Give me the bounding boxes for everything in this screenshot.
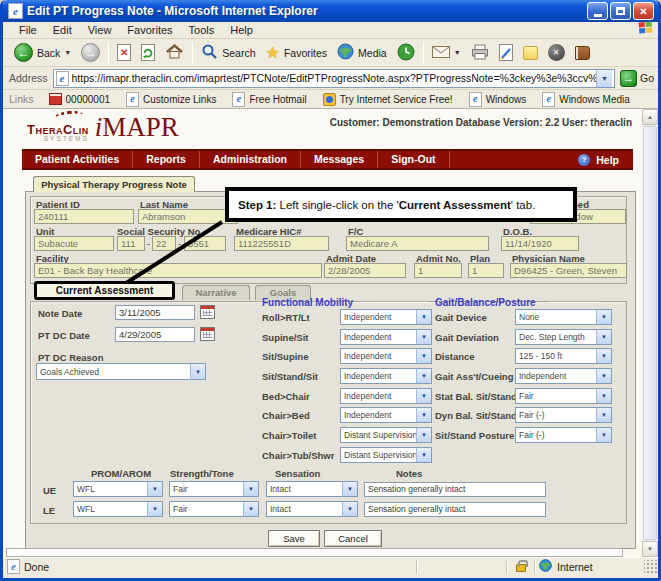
calendar-icon[interactable] <box>200 305 215 319</box>
media-button[interactable]: Media <box>332 41 392 65</box>
stat-bal-sit-stand-select[interactable]: Fair▼ <box>515 388 612 404</box>
back-dropdown-icon[interactable]: ▼ <box>64 49 71 56</box>
nav-help[interactable]: ? Help <box>578 151 633 168</box>
menu-tools[interactable]: Tools <box>181 24 223 36</box>
dyn-bal-sit-stand-select[interactable]: Fair (-)▼ <box>515 407 612 423</box>
scroll-thumb[interactable] <box>643 126 657 540</box>
gait-asst-cueing-select[interactable]: Independent▼ <box>515 368 612 384</box>
calendar-icon[interactable] <box>200 327 215 341</box>
progress-note-page-tab[interactable]: Physical Therapy Progress Note <box>33 176 195 192</box>
sit-stand-sit-select[interactable]: Independent▼ <box>340 368 432 384</box>
link-item[interactable]: e Windows <box>462 92 534 107</box>
nav-sign-out[interactable]: Sign-Out <box>378 151 449 168</box>
nav-administration[interactable]: Administration <box>200 151 301 168</box>
browser-window: e Edit PT Progress Note - Microsoft Inte… <box>0 0 661 581</box>
chair-toilet-select[interactable]: Distant Supervision▼ <box>340 427 432 443</box>
scroll-up-button[interactable]: ▲ <box>642 109 658 125</box>
menu-edit[interactable]: Edit <box>45 24 80 36</box>
history-button[interactable] <box>392 41 420 65</box>
pt-dc-reason-select[interactable]: Goals Achieved ▼ <box>36 363 206 380</box>
mail-dropdown-icon[interactable]: ▼ <box>454 49 461 56</box>
menu-help[interactable]: Help <box>222 24 261 36</box>
le-row-label: LE <box>43 505 55 516</box>
mail-button[interactable]: ▼ <box>427 41 466 65</box>
address-url: https://imapr.theraclin.com/imaprtest/PT… <box>72 72 596 84</box>
refresh-button[interactable] <box>136 41 160 65</box>
status-security-pane <box>506 560 534 574</box>
print-button[interactable] <box>466 41 494 65</box>
history-icon <box>397 43 415 63</box>
title-bar[interactable]: e Edit PT Progress Note - Microsoft Inte… <box>3 0 658 22</box>
chair-bed-select[interactable]: Independent▼ <box>340 407 432 423</box>
cancel-button[interactable]: Cancel <box>324 530 382 547</box>
le-notes-input[interactable]: Sensation generally intact <box>364 502 546 517</box>
stop-button[interactable]: ✕ <box>112 41 136 65</box>
sit-supine-select[interactable]: Independent▼ <box>340 348 432 364</box>
link-label: Try Internet Service Free! <box>340 94 453 105</box>
edit-button[interactable] <box>494 41 518 65</box>
vertical-scrollbar[interactable]: ▲ ▼ <box>642 109 658 557</box>
link-item[interactable]: e Customize Links <box>119 92 223 107</box>
address-dropdown-button[interactable]: ▼ <box>596 70 612 87</box>
address-bar: Address e https://imapr.theraclin.com/im… <box>3 67 658 90</box>
gait-deviation-select[interactable]: Dec. Step Length▼ <box>515 329 612 345</box>
toolbar-separator <box>192 42 193 64</box>
back-button[interactable]: ← Back ▼ <box>9 41 76 65</box>
fc-field: Medicare A <box>346 236 489 251</box>
supine-sit-select[interactable]: Independent▼ <box>340 329 432 345</box>
nav-reports[interactable]: Reports <box>133 151 200 168</box>
favorites-button[interactable]: ★ Favorites <box>261 41 333 65</box>
search-button[interactable]: Search <box>196 41 260 65</box>
save-button[interactable]: Save <box>268 530 320 547</box>
scroll-down-button[interactable]: ▼ <box>642 541 658 557</box>
le-prom-select[interactable]: WFL▼ <box>73 501 163 517</box>
ue-row-label: UE <box>43 485 56 496</box>
menu-file[interactable]: File <box>11 24 45 36</box>
link-item[interactable]: Try Internet Service Free! <box>316 93 460 106</box>
resize-grip[interactable] <box>644 560 658 574</box>
media-label: Media <box>358 47 387 59</box>
chevron-down-icon: ▼ <box>416 389 431 403</box>
nav-patient-activities[interactable]: Patient Activities <box>22 151 133 168</box>
maximize-button[interactable] <box>610 2 631 20</box>
tab-current-assessment[interactable]: Current Assessment <box>34 281 175 300</box>
research-icon <box>575 46 590 60</box>
link-item[interactable]: 00000001 <box>42 93 118 105</box>
discuss-button[interactable] <box>518 41 543 65</box>
close-button[interactable]: ✕ <box>633 2 654 20</box>
prom-arom-header: PROM/AROM <box>91 468 151 479</box>
minimize-button[interactable] <box>587 2 608 20</box>
link-item[interactable]: e Free Hotmail <box>225 92 313 107</box>
dyn-bal-sit-stand-label: Dyn Bal. Sit/Stand <box>435 410 517 421</box>
link-item[interactable]: e Windows Media <box>535 92 637 107</box>
session-info: Customer: Demonstration Database Version… <box>330 117 632 128</box>
gait-device-select[interactable]: None▼ <box>515 309 612 325</box>
ue-sensation-select[interactable]: Intact▼ <box>266 481 358 497</box>
home-button[interactable] <box>160 41 189 65</box>
note-date-field[interactable]: 3/11/2005 <box>115 305 195 320</box>
pt-dc-date-field[interactable]: 4/29/2005 <box>115 327 195 342</box>
messenger-button[interactable]: ✕ <box>543 41 570 65</box>
chair-tub-shwr-label: Chair>Tub/Shwr <box>262 450 334 461</box>
research-button[interactable] <box>570 41 595 65</box>
chair-tub-shwr-select[interactable]: Distant Supervision▼ <box>340 447 432 463</box>
tab-narrative[interactable]: Narrative <box>182 285 250 300</box>
page-icon: e <box>56 71 69 86</box>
menu-favorites[interactable]: Favorites <box>119 24 180 36</box>
nav-messages[interactable]: Messages <box>301 151 378 168</box>
ue-prom-select[interactable]: WFL▼ <box>73 481 163 497</box>
link-label: Windows <box>486 94 527 105</box>
address-input[interactable]: e https://imapr.theraclin.com/imaprtest/… <box>53 69 615 88</box>
roll-rt-lt-select[interactable]: Independent▼ <box>340 309 432 325</box>
sit-stand-posture-select[interactable]: Fair (-)▼ <box>515 427 612 443</box>
menu-view[interactable]: View <box>80 24 120 36</box>
forward-button[interactable]: → <box>76 41 105 65</box>
le-strength-select[interactable]: Fair▼ <box>169 501 259 517</box>
ue-notes-input[interactable]: Sensation generally intact <box>364 482 546 497</box>
le-sensation-select[interactable]: Intact▼ <box>266 501 358 517</box>
ue-strength-select[interactable]: Fair▼ <box>169 481 259 497</box>
distance-select[interactable]: 125 - 150 ft▼ <box>515 348 612 364</box>
bed-chair-select[interactable]: Independent▼ <box>340 388 432 404</box>
sit-stand-posture-label: Sit/Stand Posture <box>435 430 514 441</box>
go-button[interactable]: → Go <box>620 70 654 87</box>
